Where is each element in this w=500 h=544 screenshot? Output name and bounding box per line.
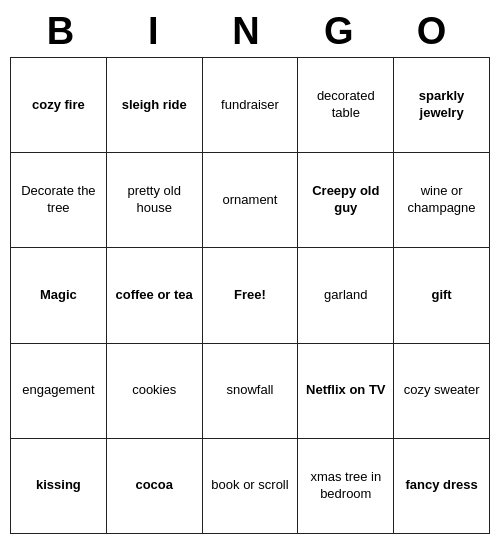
title-letter-B: B	[18, 10, 111, 53]
bingo-grid: cozy firesleigh ridefundraiserdecorated …	[10, 57, 490, 534]
cell-r4-c2: book or scroll	[202, 438, 298, 533]
cell-r4-c1: cocoa	[106, 438, 202, 533]
cell-r0-c0: cozy fire	[11, 58, 107, 153]
cell-r0-c1: sleigh ride	[106, 58, 202, 153]
cell-r1-c4: wine or champagne	[394, 153, 490, 248]
bingo-title: BINGO	[10, 10, 490, 53]
cell-r3-c4: cozy sweater	[394, 343, 490, 438]
cell-r3-c1: cookies	[106, 343, 202, 438]
cell-r1-c2: ornament	[202, 153, 298, 248]
cell-r0-c3: decorated table	[298, 58, 394, 153]
cell-r0-c2: fundraiser	[202, 58, 298, 153]
cell-r4-c3: xmas tree in bedroom	[298, 438, 394, 533]
cell-r4-c0: kissing	[11, 438, 107, 533]
cell-r2-c3: garland	[298, 248, 394, 343]
cell-r2-c4: gift	[394, 248, 490, 343]
cell-r2-c1: coffee or tea	[106, 248, 202, 343]
cell-r0-c4: sparkly jewelry	[394, 58, 490, 153]
cell-r1-c1: pretty old house	[106, 153, 202, 248]
cell-r3-c3: Netflix on TV	[298, 343, 394, 438]
title-letter-I: I	[111, 10, 204, 53]
title-letter-O: O	[389, 10, 482, 53]
cell-r2-c0: Magic	[11, 248, 107, 343]
cell-r2-c2: Free!	[202, 248, 298, 343]
title-letter-N: N	[204, 10, 297, 53]
cell-r4-c4: fancy dress	[394, 438, 490, 533]
title-letter-G: G	[296, 10, 389, 53]
cell-r1-c3: Creepy old guy	[298, 153, 394, 248]
cell-r1-c0: Decorate the tree	[11, 153, 107, 248]
cell-r3-c2: snowfall	[202, 343, 298, 438]
cell-r3-c0: engagement	[11, 343, 107, 438]
